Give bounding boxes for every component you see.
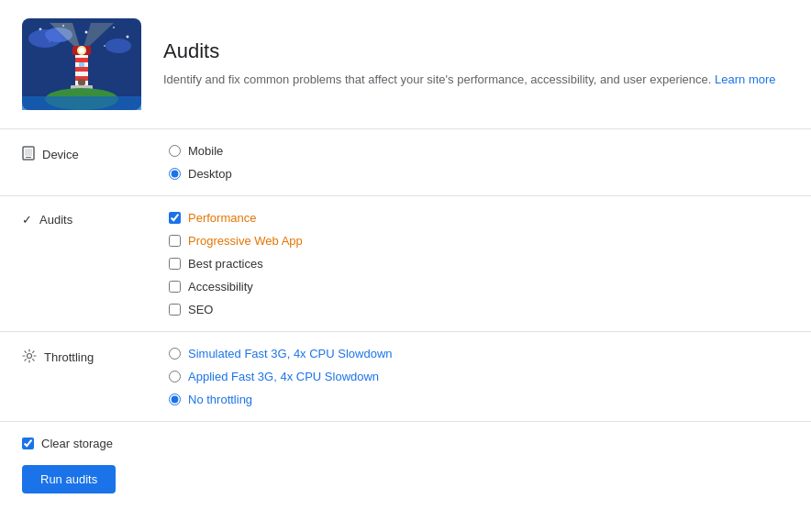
svg-rect-23 [78,79,85,85]
throttling-none-radio[interactable] [169,393,181,405]
device-row: Device Mobile Desktop [0,129,811,196]
clear-storage-label: Clear storage [41,437,113,450]
throttling-controls: Simulated Fast 3G, 4x CPU Slowdown Appli… [169,347,789,406]
throttling-label-col: Throttling [22,347,169,365]
device-desktop-option[interactable]: Desktop [169,167,789,181]
device-desktop-radio[interactable] [169,168,181,180]
audit-pwa-checkbox[interactable] [169,235,181,247]
bottom-section: Clear storage Run audits [0,422,811,508]
svg-point-4 [113,27,115,28]
audit-best-practices-label: Best practices [188,257,263,271]
clear-storage-checkbox[interactable] [22,438,34,449]
page-title: Audits [163,39,776,63]
svg-point-3 [85,31,88,34]
device-icon [22,146,35,162]
throttling-simulated-option[interactable]: Simulated Fast 3G, 4x CPU Slowdown [169,347,789,360]
page-description: Identify and fix common problems that af… [163,71,776,89]
clear-storage-option[interactable]: Clear storage [22,437,789,450]
audit-pwa-label: Progressive Web App [188,234,303,248]
audit-best-practices-option[interactable]: Best practices [169,257,789,271]
throttling-simulated-radio[interactable] [169,348,181,360]
header-section: Audits Identify and fix common problems … [0,0,811,129]
throttling-simulated-label: Simulated Fast 3G, 4x CPU Slowdown [188,347,393,360]
svg-point-19 [79,48,84,53]
svg-rect-26 [25,149,32,156]
svg-point-10 [106,39,131,53]
audit-seo-label: SEO [188,303,213,316]
throttling-label: Throttling [44,350,94,364]
throttling-none-label: No throttling [188,393,252,406]
learn-more-link[interactable]: Learn more [715,72,775,86]
audits-controls: Performance Progressive Web App Best pra… [169,211,789,316]
audit-seo-option[interactable]: SEO [169,303,789,316]
device-label: Device [42,148,79,161]
audit-performance-label: Performance [188,211,256,225]
device-mobile-label: Mobile [188,144,223,158]
settings-section: Device Mobile Desktop ✓ Audits Performan… [0,129,811,422]
svg-point-5 [127,36,129,39]
audits-check-icon: ✓ [22,213,32,227]
audit-performance-checkbox[interactable] [169,212,181,224]
run-audits-button[interactable]: Run audits [22,465,116,493]
audit-performance-option[interactable]: Performance [169,211,789,225]
svg-rect-22 [22,96,141,110]
device-desktop-label: Desktop [188,167,232,181]
audit-best-practices-checkbox[interactable] [169,258,181,270]
throttling-none-option[interactable]: No throttling [169,393,789,406]
svg-rect-15 [75,67,88,72]
device-mobile-radio[interactable] [169,145,181,157]
throttling-gear-icon [22,349,37,365]
audit-accessibility-option[interactable]: Accessibility [169,280,789,294]
audit-accessibility-label: Accessibility [188,280,253,294]
device-mobile-option[interactable]: Mobile [169,144,789,158]
audit-pwa-option[interactable]: Progressive Web App [169,234,789,248]
throttling-row: Throttling Simulated Fast 3G, 4x CPU Slo… [0,332,811,422]
svg-rect-24 [79,62,84,67]
audits-label: Audits [39,213,72,227]
header-text: Audits Identify and fix common problems … [163,39,776,89]
throttling-applied-label: Applied Fast 3G, 4x CPU Slowdown [188,370,379,383]
lighthouse-illustration [22,18,141,110]
device-controls: Mobile Desktop [169,144,789,181]
audit-seo-checkbox[interactable] [169,304,181,316]
audit-accessibility-checkbox[interactable] [169,281,181,293]
audits-label-col: ✓ Audits [22,211,169,227]
svg-rect-14 [75,58,88,62]
svg-rect-27 [26,157,31,158]
svg-point-7 [104,45,106,47]
device-label-col: Device [22,144,169,162]
throttling-applied-radio[interactable] [169,371,181,382]
throttling-applied-option[interactable]: Applied Fast 3G, 4x CPU Slowdown [169,370,789,383]
audits-row: ✓ Audits Performance Progressive Web App… [0,196,811,332]
